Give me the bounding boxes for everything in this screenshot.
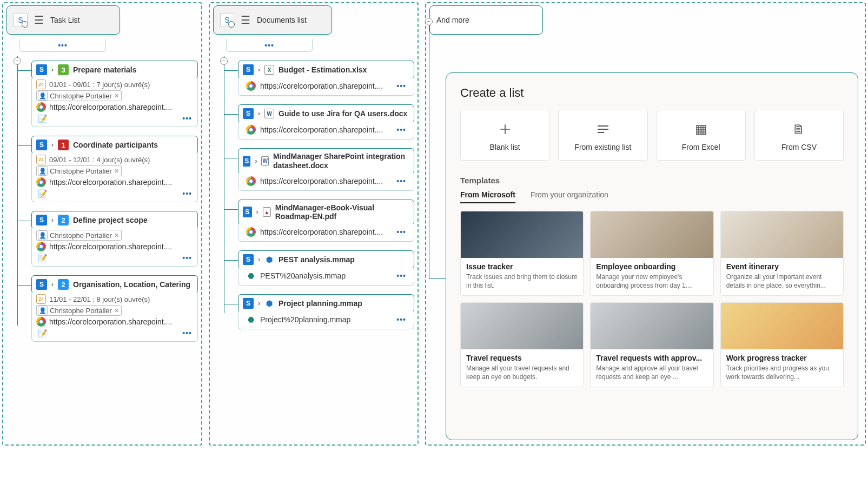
document-node[interactable]: S › X Budget - Estimation.xlsx <box>238 61 414 79</box>
option-label: From existing list <box>561 143 645 151</box>
task-link[interactable]: https://corelcorporation.sharepoint.... <box>49 178 193 187</box>
collapse-toggle[interactable]: − <box>425 18 433 25</box>
excel-icon: ▦ <box>695 122 707 137</box>
and-more-frame: And more − Create a list Blank listFrom … <box>425 2 866 446</box>
document-node[interactable]: S › W MindManager SharePoint integration… <box>238 148 414 174</box>
csv-icon: 🗎 <box>792 122 805 137</box>
document-title: MindManager SharePoint integration datas… <box>273 152 409 170</box>
document-title: Project planning.mmap <box>279 299 362 308</box>
task-list-header[interactable]: S ☰ Task List <box>6 5 120 35</box>
documents-list-frame: S ☰ Documents list ••• − S › X Budget - … <box>209 2 419 446</box>
assignee-chip[interactable]: 👤 Christophe Portalier ✕ <box>36 305 122 316</box>
template-card[interactable]: Travel requests with approv... Manage an… <box>590 302 713 387</box>
remove-assignee-icon[interactable]: ✕ <box>114 307 119 314</box>
doc-menu[interactable]: ••• <box>396 125 406 134</box>
template-card[interactable]: Event itinerary Organize all your import… <box>720 211 844 296</box>
task-list-menu[interactable]: ••• <box>19 39 106 52</box>
doc-menu[interactable]: ••• <box>396 177 406 185</box>
create-option-from-excel[interactable]: ▦From Excel <box>657 110 746 161</box>
note-icon[interactable]: 📝 <box>37 253 47 263</box>
note-icon[interactable]: 📝 <box>37 328 47 338</box>
documents-list-menu[interactable]: ••• <box>226 39 313 52</box>
chrome-icon <box>36 242 46 251</box>
task-dates: 01/01 - 09/01 : 7 jour(s) ouvré(s) <box>49 81 150 89</box>
doc-menu[interactable]: ••• <box>396 315 406 324</box>
pdf-file-icon: ▲ <box>263 207 271 217</box>
doc-menu[interactable]: ••• <box>396 271 406 280</box>
task-node[interactable]: S › 3 Prepare materials <box>31 61 198 79</box>
chrome-icon <box>246 125 256 135</box>
tab-from-organization[interactable]: From your organization <box>531 190 608 203</box>
task-link[interactable]: https://corelcorporation.sharepoint.... <box>49 103 193 111</box>
priority-badge: 3 <box>58 64 69 75</box>
template-desc: Track priorities and progress as you wor… <box>726 364 838 381</box>
doc-link[interactable]: PEST%20analysis.mmap <box>260 271 392 280</box>
collapse-toggle[interactable]: − <box>220 57 228 65</box>
task-title: Coordinate participants <box>73 141 158 149</box>
doc-link[interactable]: https://corelcorporation.sharepoint.... <box>260 125 392 134</box>
task-body: 2411/01 - 22/01 : 8 jour(s) ouvré(s) 👤 C… <box>31 293 198 342</box>
doc-link[interactable]: https://corelcorporation.sharepoint.... <box>260 228 392 236</box>
priority-badge: 2 <box>58 279 69 290</box>
template-card[interactable]: Employee onboarding Manage your new empl… <box>590 211 713 296</box>
documents-list-title: Documents list <box>257 16 307 24</box>
doc-menu[interactable]: ••• <box>396 228 406 236</box>
priority-badge: 1 <box>58 140 69 150</box>
list-icon: ☰ <box>241 14 250 26</box>
tab-from-microsoft[interactable]: From Microsoft <box>460 190 515 203</box>
mindmanager-icon: ⬣ <box>246 315 256 324</box>
doc-menu[interactable]: ••• <box>396 82 406 90</box>
document-title: MindManager-eBook-Visual Roadmap-EN.pdf <box>275 203 409 222</box>
note-icon[interactable]: 📝 <box>37 114 47 123</box>
task-link[interactable]: https://corelcorporation.sharepoint.... <box>49 317 193 326</box>
template-card[interactable]: Issue tracker Track issues and bring the… <box>460 211 584 296</box>
chevron-right-icon: › <box>51 141 54 149</box>
note-icon[interactable]: 📝 <box>37 189 47 198</box>
task-menu[interactable]: ••• <box>182 329 192 337</box>
assignee-chip[interactable]: 👤 Christophe Portalier ✕ <box>36 230 122 241</box>
documents-list-header[interactable]: S ☰ Documents list <box>213 5 332 35</box>
template-card[interactable]: Work progress tracker Track priorities a… <box>720 302 844 387</box>
template-desc: Manage your new employee's onboarding pr… <box>596 273 707 290</box>
template-title: Travel requests with approv... <box>596 354 707 362</box>
task-tree: − S › 3 Prepare materials 2401/01 - 09/0… <box>6 61 198 342</box>
assignee-chip[interactable]: 👤 Christophe Portalier ✕ <box>36 165 122 176</box>
and-more-header[interactable]: And more <box>429 5 543 35</box>
template-title: Work progress tracker <box>726 354 838 362</box>
option-label: Blank list <box>463 143 547 151</box>
create-option-from-csv[interactable]: 🗎From CSV <box>754 110 844 161</box>
doc-body: ⬣Project%20planning.mmap••• <box>238 311 414 329</box>
xlsx-file-icon: X <box>264 65 274 75</box>
remove-assignee-icon[interactable]: ✕ <box>114 92 119 99</box>
doc-link[interactable]: https://corelcorporation.sharepoint.... <box>260 82 392 90</box>
document-node[interactable]: S › ⬢ Project planning.mmap <box>238 294 414 313</box>
task-menu[interactable]: ••• <box>182 189 192 198</box>
create-option-blank-list[interactable]: Blank list <box>460 110 549 161</box>
template-thumbnail <box>591 303 713 349</box>
task-menu[interactable]: ••• <box>182 114 192 123</box>
remove-assignee-icon[interactable]: ✕ <box>114 232 119 239</box>
document-title: Guide to use Jira for QA users.docx <box>279 109 407 118</box>
task-link[interactable]: https://corelcorporation.sharepoint.... <box>49 242 193 251</box>
person-icon: 👤 <box>38 166 48 176</box>
document-node[interactable]: S › ▲ MindManager-eBook-Visual Roadmap-E… <box>238 200 414 225</box>
template-card[interactable]: Travel requests Manage all your travel r… <box>460 302 584 387</box>
task-menu[interactable]: ••• <box>182 254 192 262</box>
docx-file-icon: W <box>264 109 274 118</box>
collapse-toggle[interactable]: − <box>14 57 21 65</box>
document-node[interactable]: S › ⬢ PEST analysis.mmap <box>238 250 414 269</box>
panel-heading: Create a list <box>460 86 844 100</box>
doc-link[interactable]: https://corelcorporation.sharepoint.... <box>260 177 392 185</box>
task-list-title: Task List <box>50 16 79 24</box>
document-node[interactable]: S › W Guide to use Jira for QA users.doc… <box>238 104 414 123</box>
template-desc: Manage and approve all your travel reque… <box>596 364 707 381</box>
task-node[interactable]: S › 2 Define project scope <box>31 211 198 229</box>
remove-assignee-icon[interactable]: ✕ <box>114 168 119 175</box>
create-option-from-existing-list[interactable]: From existing list <box>558 110 647 161</box>
task-node[interactable]: S › 2 Organisation, Location, Catering <box>31 275 198 294</box>
assignee-chip[interactable]: 👤 Christophe Portalier ✕ <box>36 90 122 101</box>
assignee-name: Christophe Portalier <box>50 167 112 175</box>
chrome-icon <box>246 227 256 237</box>
doc-link[interactable]: Project%20planning.mmap <box>260 315 392 324</box>
task-node[interactable]: S › 1 Coordinate participants <box>31 136 198 154</box>
